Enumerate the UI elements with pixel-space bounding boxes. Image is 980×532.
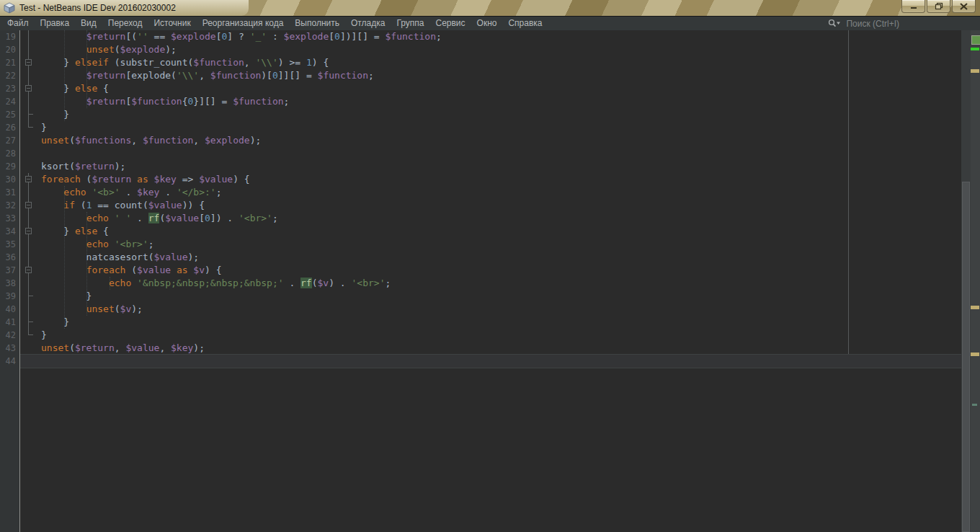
code-line[interactable]: 23 } else { bbox=[0, 82, 961, 95]
code-line[interactable]: 22 $return[explode('\\', $function)[0]][… bbox=[0, 69, 961, 82]
code-text[interactable]: unset($return, $value, $key); bbox=[41, 342, 205, 355]
menu-item[interactable]: Группа bbox=[391, 17, 429, 30]
minimize-button[interactable] bbox=[901, 0, 925, 13]
code-text[interactable]: echo '<br>'; bbox=[41, 238, 154, 251]
code-text[interactable]: foreach ($value as $v) { bbox=[41, 264, 222, 277]
code-text[interactable]: } else { bbox=[41, 225, 109, 238]
code-text[interactable]: } bbox=[41, 108, 69, 121]
token bbox=[41, 70, 86, 81]
menu-item[interactable]: Вид bbox=[75, 17, 102, 30]
code-line[interactable]: 33 echo ' ' . rf($value[0]) . '<br>'; bbox=[0, 212, 961, 225]
scrollbar-thumb[interactable] bbox=[962, 182, 970, 532]
token: ); bbox=[131, 303, 143, 314]
code-text[interactable]: } bbox=[41, 290, 92, 303]
code-text[interactable]: } bbox=[41, 329, 47, 342]
restore-button[interactable] bbox=[927, 0, 950, 13]
code-line[interactable]: 40 unset($v); bbox=[0, 303, 961, 316]
code-line[interactable]: 34 } else { bbox=[0, 225, 961, 238]
titlebar[interactable]: Test - NetBeans IDE Dev 201602030002 bbox=[0, 0, 980, 16]
code-line[interactable]: 41 } bbox=[0, 316, 961, 329]
code-text[interactable]: unset($v); bbox=[41, 303, 143, 316]
token: } bbox=[41, 291, 92, 301]
token: ]) . bbox=[210, 213, 239, 223]
code-text[interactable]: } bbox=[41, 316, 69, 329]
code-text[interactable]: unset($functions, $function, $explode); bbox=[41, 134, 261, 147]
code-line[interactable]: 43unset($return, $value, $key); bbox=[0, 342, 961, 355]
fold-collapse-icon[interactable] bbox=[19, 173, 41, 186]
menu-item[interactable]: Сервис bbox=[429, 17, 471, 30]
token: $value bbox=[154, 252, 188, 262]
occurrence-mark-green[interactable] bbox=[971, 48, 979, 50]
warning-mark-tan[interactable] bbox=[971, 69, 979, 73]
token: == count( bbox=[92, 200, 148, 210]
code-text[interactable]: echo ' ' . rf($value[0]) . '<br>'; bbox=[41, 212, 278, 225]
code-line[interactable]: 25 } bbox=[0, 108, 961, 121]
token: ( bbox=[69, 135, 75, 146]
menu-item[interactable]: Отладка bbox=[345, 17, 391, 30]
menu-item[interactable]: Реорганизация кода bbox=[197, 17, 290, 30]
code-line[interactable]: 39 } bbox=[0, 290, 961, 303]
fold-guide bbox=[19, 277, 41, 290]
code-line[interactable]: 32 if (1 == count($value)) { bbox=[0, 199, 961, 212]
menu-item[interactable]: Окно bbox=[471, 17, 503, 30]
menu-item[interactable]: Переход bbox=[102, 17, 148, 30]
code-text[interactable]: echo '<b>' . $key . '</b>:'; bbox=[41, 186, 222, 199]
warning-mark-tan[interactable] bbox=[971, 306, 979, 309]
code-line[interactable]: 24 $return[$function{0}][] = $function; bbox=[0, 95, 961, 108]
code-line[interactable]: 26} bbox=[0, 121, 961, 134]
warning-mark-tan[interactable] bbox=[971, 353, 979, 356]
no-errors-indicator[interactable] bbox=[971, 35, 980, 45]
token: ; bbox=[385, 278, 391, 288]
code-text[interactable]: foreach ($return as $key => $value) { bbox=[41, 173, 250, 186]
code-text[interactable]: } elseif (substr_count($function, '\\') … bbox=[41, 56, 329, 69]
quick-search-field[interactable]: Поиск (Ctrl+I) bbox=[828, 19, 899, 29]
token bbox=[41, 213, 86, 223]
code-line[interactable]: 20 unset($explode); bbox=[0, 43, 961, 56]
vertical-scrollbar[interactable] bbox=[961, 30, 971, 532]
menu-item[interactable]: Файл bbox=[1, 17, 35, 30]
code-line[interactable]: 31 echo '<b>' . $key . '</b>:'; bbox=[0, 186, 961, 199]
token: $v bbox=[193, 265, 205, 275]
fold-guide bbox=[19, 186, 41, 199]
code-line[interactable]: 21 } elseif (substr_count($function, '\\… bbox=[0, 56, 961, 69]
code-line[interactable]: 37 foreach ($value as $v) { bbox=[0, 264, 961, 277]
fold-collapse-icon[interactable] bbox=[19, 225, 41, 238]
menu-item[interactable]: Выполнить bbox=[289, 17, 345, 30]
code-text[interactable]: natcasesort($value); bbox=[41, 251, 199, 264]
code-text[interactable]: } bbox=[41, 121, 47, 134]
fold-guide bbox=[19, 303, 41, 316]
code-text[interactable]: echo '&nbsp;&nbsp;&nbsp;&nbsp;' . rf($v)… bbox=[41, 277, 391, 290]
caret-position-mark[interactable] bbox=[972, 404, 977, 406]
code-text[interactable]: ksort($return); bbox=[41, 160, 125, 173]
code-text[interactable]: $return[$function{0}][] = $function; bbox=[41, 95, 289, 108]
code-line[interactable]: 28 bbox=[0, 147, 961, 160]
fold-collapse-icon[interactable] bbox=[19, 264, 41, 277]
menu-item[interactable]: Источник bbox=[148, 17, 196, 30]
code-text[interactable]: unset($explode); bbox=[41, 43, 177, 56]
code-line[interactable]: 29ksort($return); bbox=[0, 160, 961, 173]
code-line[interactable]: 38 echo '&nbsp;&nbsp;&nbsp;&nbsp;' . rf(… bbox=[0, 277, 961, 290]
fold-collapse-icon[interactable] bbox=[19, 56, 41, 69]
token: ); bbox=[250, 135, 262, 146]
fold-collapse-icon[interactable] bbox=[19, 199, 41, 212]
code-line[interactable]: 36 natcasesort($value); bbox=[0, 251, 961, 264]
code-line[interactable]: 30foreach ($return as $key => $value) { bbox=[0, 173, 961, 186]
token: [ bbox=[199, 213, 205, 223]
code-line[interactable]: 44 bbox=[0, 355, 961, 368]
code-editor[interactable]: 19 $return[('' == $explode[0] ? '_' : $e… bbox=[0, 30, 980, 532]
token: ( bbox=[69, 342, 75, 353]
token: } bbox=[41, 57, 75, 68]
code-line[interactable]: 35 echo '<br>'; bbox=[0, 238, 961, 251]
menu-item[interactable]: Правка bbox=[35, 17, 76, 30]
code-line[interactable]: 19 $return[('' == $explode[0] ? '_' : $e… bbox=[0, 30, 961, 43]
code-text[interactable]: $return[('' == $explode[0] ? '_' : $expl… bbox=[41, 30, 442, 43]
menu-item[interactable]: Справка bbox=[502, 17, 548, 30]
fold-collapse-icon[interactable] bbox=[19, 82, 41, 95]
code-text[interactable]: $return[explode('\\', $function)[0]][] =… bbox=[41, 69, 374, 82]
token: unset bbox=[86, 303, 115, 314]
code-text[interactable]: } else { bbox=[41, 82, 109, 95]
code-text[interactable]: if (1 == count($value)) { bbox=[41, 199, 205, 212]
code-line[interactable]: 27unset($functions, $function, $explode)… bbox=[0, 134, 961, 147]
close-button[interactable] bbox=[952, 0, 976, 13]
code-line[interactable]: 42} bbox=[0, 329, 961, 342]
